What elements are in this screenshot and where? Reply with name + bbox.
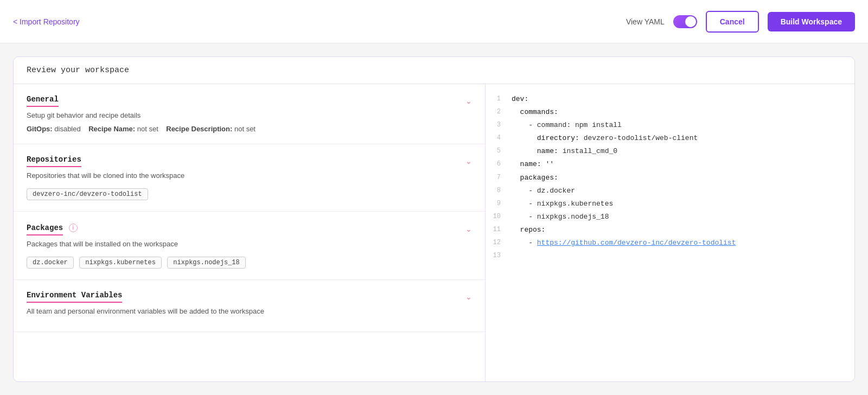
build-workspace-button[interactable]: Build Workspace: [768, 12, 855, 31]
line-number: 9: [486, 198, 512, 209]
env-vars-title: Environment Variables: [27, 291, 122, 303]
main-content: Review your workspace General ⌄ Setup gi…: [0, 43, 868, 395]
line-content: - command: npm install: [512, 119, 622, 131]
packages-title: Packages: [27, 224, 63, 235]
line-content: packages:: [512, 172, 558, 184]
line-number: 5: [486, 145, 512, 156]
section-repositories: Repositories ⌄ Repositories that will be…: [14, 144, 485, 212]
yaml-line: 11 repos:: [486, 224, 854, 237]
section-packages-header: Packages i ⌄: [27, 222, 472, 235]
review-body: General ⌄ Setup git behavior and recipe …: [14, 84, 854, 381]
section-repositories-header: Repositories ⌄: [27, 155, 472, 167]
yaml-line: 3 - command: npm install: [486, 119, 854, 132]
packages-info-icon[interactable]: i: [69, 224, 78, 232]
section-packages: Packages i ⌄ Packages that will be insta…: [14, 212, 485, 280]
line-content: directory: devzero-todolist/web-client: [512, 132, 698, 144]
left-panel: General ⌄ Setup git behavior and recipe …: [14, 84, 486, 381]
packages-chevron-icon[interactable]: ⌄: [465, 225, 472, 233]
yaml-line: 8 - dz.docker: [486, 184, 854, 197]
back-link[interactable]: < Import Repository: [13, 17, 80, 26]
line-number: 11: [486, 224, 512, 235]
env-vars-desc: All team and personal environment variab…: [27, 307, 472, 315]
line-number: 1: [486, 93, 512, 104]
line-number: 12: [486, 237, 512, 248]
yaml-line: 9 - nixpkgs.kubernetes: [486, 197, 854, 211]
line-number: 6: [486, 158, 512, 169]
line-number: 8: [486, 185, 512, 196]
packages-desc: Packages that will be installed on the w…: [27, 240, 472, 248]
package-tag-0: dz.docker: [27, 257, 74, 269]
cancel-button[interactable]: Cancel: [706, 11, 759, 33]
section-general-header: General ⌄: [27, 95, 472, 107]
line-number: 3: [486, 119, 512, 130]
line-content: - dz.docker: [512, 185, 575, 197]
general-desc: Setup git behavior and recipe details: [27, 111, 472, 119]
line-content: - nixpkgs.nodejs_18: [512, 211, 609, 223]
review-panel: Review your workspace General ⌄ Setup gi…: [13, 56, 855, 382]
yaml-line: 6 name: '': [486, 158, 854, 171]
repo-tag-0: devzero-inc/devzero-todolist: [27, 188, 148, 200]
env-vars-chevron-icon[interactable]: ⌄: [465, 292, 472, 301]
yaml-link[interactable]: https://github.com/devzero-inc/devzero-t…: [537, 239, 736, 247]
repositories-title: Repositories: [27, 155, 81, 167]
topbar-right: View YAML Cancel Build Workspace: [626, 11, 855, 33]
line-number: 13: [486, 250, 512, 261]
line-content: - nixpkgs.kubernetes: [512, 198, 613, 210]
view-yaml-toggle[interactable]: [673, 15, 697, 28]
general-chevron-icon[interactable]: ⌄: [465, 97, 472, 105]
repositories-chevron-icon[interactable]: ⌄: [465, 157, 472, 165]
section-env-vars: Environment Variables ⌄ All team and per…: [14, 280, 485, 332]
yaml-line: 13: [486, 250, 854, 262]
line-number: 10: [486, 211, 512, 222]
yaml-line: 1dev:: [486, 93, 854, 106]
yaml-line: 5 name: install_cmd_0: [486, 145, 854, 158]
general-meta: GitOps: disabled Recipe Name: not set Re…: [27, 125, 472, 133]
toggle-wrap: [673, 15, 697, 28]
line-content: dev:: [512, 93, 528, 105]
yaml-line: 10 - nixpkgs.nodejs_18: [486, 211, 854, 224]
view-yaml-label: View YAML: [626, 17, 665, 26]
package-tag-2: nixpkgs.nodejs_18: [167, 257, 245, 269]
line-content: name: '': [512, 158, 554, 170]
line-number: 4: [486, 132, 512, 143]
line-number: 2: [486, 106, 512, 117]
repositories-desc: Repositories that will be cloned into th…: [27, 171, 472, 180]
topbar: < Import Repository View YAML Cancel Bui…: [0, 0, 868, 43]
package-tag-1: nixpkgs.kubernetes: [79, 257, 162, 269]
section-general: General ⌄ Setup git behavior and recipe …: [14, 84, 485, 144]
right-panel: 1dev:2 commands:3 - command: npm install…: [486, 84, 854, 381]
line-content: repos:: [512, 224, 545, 236]
yaml-line: 12 - https://github.com/devzero-inc/devz…: [486, 237, 854, 250]
yaml-line: 7 packages:: [486, 171, 854, 184]
review-header: Review your workspace: [14, 57, 854, 84]
packages-title-wrap: Packages i: [27, 222, 78, 235]
section-env-vars-header: Environment Variables ⌄: [27, 291, 472, 303]
yaml-line: 2 commands:: [486, 106, 854, 119]
general-title: General: [27, 95, 59, 107]
line-content: commands:: [512, 106, 558, 118]
line-content: name: install_cmd_0: [512, 145, 617, 157]
line-number: 7: [486, 172, 512, 183]
line-content: - https://github.com/devzero-inc/devzero…: [512, 237, 736, 249]
yaml-line: 4 directory: devzero-todolist/web-client: [486, 132, 854, 145]
